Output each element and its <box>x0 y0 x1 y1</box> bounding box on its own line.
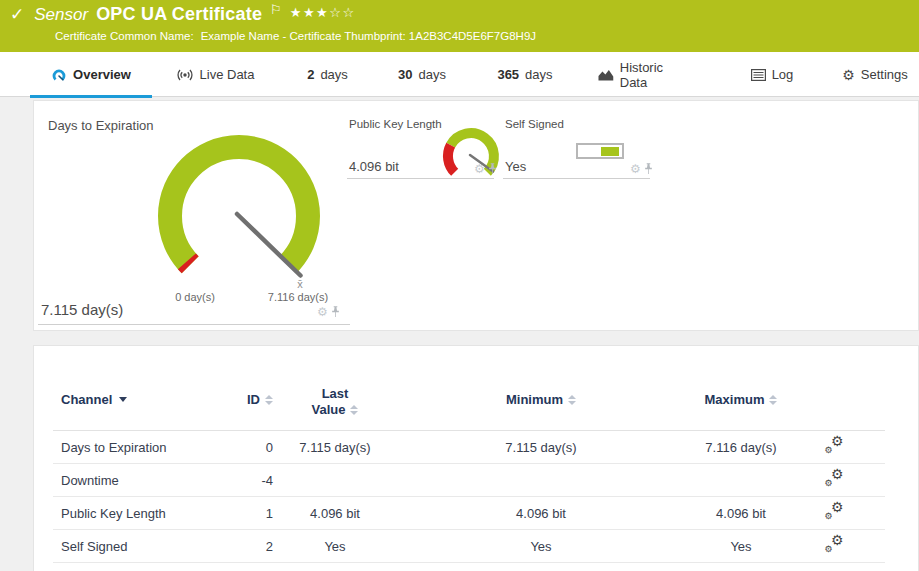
gear-icon[interactable]: ⚙ <box>474 163 485 175</box>
channel-name[interactable]: Downtime <box>53 473 231 488</box>
tab-settings[interactable]: ⚙ Settings <box>840 52 910 97</box>
status-ok-check-icon: ✓ <box>10 4 24 25</box>
pin-icon[interactable] <box>488 163 497 175</box>
subtitle-label: Certificate Common Name: <box>55 30 194 42</box>
priority-stars[interactable]: ★★★☆☆ <box>290 5 356 20</box>
gear-icon[interactable]: ⚙ <box>630 163 641 175</box>
channel-settings-icon[interactable]: ⚙⚙ <box>825 470 844 487</box>
flag-icon[interactable]: ⚐ <box>270 2 282 17</box>
live-data-icon <box>176 67 194 83</box>
table-row[interactable]: Public Key Length 1 4.096 bit 4.096 bit … <box>53 497 885 530</box>
gauge-title-days-to-expiration: Days to Expiration <box>48 118 154 133</box>
tab-number: 30 <box>398 67 412 82</box>
channel-id: -4 <box>231 473 273 488</box>
public-key-length-gauge <box>439 125 503 189</box>
channel-settings-icon[interactable]: ⚙⚙ <box>825 437 844 454</box>
sort-icon <box>769 395 777 405</box>
column-header-maximum[interactable]: Maximum <box>685 386 797 407</box>
maximum-value: 4.096 bit <box>685 506 797 521</box>
log-icon <box>751 69 766 81</box>
tab-live-data[interactable]: Live Data <box>170 52 260 97</box>
minimum-value: 4.096 bit <box>397 506 685 521</box>
panel-divider <box>38 324 350 325</box>
sensor-subtitle: Certificate Common Name: Example Name - … <box>55 30 536 42</box>
self-signed-indicator <box>576 143 624 159</box>
channel-name[interactable]: Self Signed <box>53 539 231 554</box>
column-label: Maximum <box>705 392 765 407</box>
settings-icon: ⚙ <box>842 68 855 82</box>
table-row[interactable]: Downtime -4 ⚙⚙ <box>53 464 885 497</box>
minimum-value: 7.115 day(s) <box>397 440 685 455</box>
table-row[interactable]: Days to Expiration 0 7.115 day(s) 7.115 … <box>53 431 885 464</box>
tab-2-days[interactable]: 2 days <box>300 52 355 97</box>
column-header-id[interactable]: ID <box>231 386 273 407</box>
last-value: 4.096 bit <box>273 506 397 521</box>
tab-bar: Overview Live Data 2 days 30 days 365 da… <box>0 52 919 97</box>
historic-data-icon <box>598 68 614 81</box>
sort-icon <box>568 395 576 405</box>
sensor-kind-label: Sensor <box>34 5 88 25</box>
sort-desc-icon <box>119 397 127 402</box>
column-header-last-value[interactable]: Last Value <box>273 386 397 418</box>
tab-365-days[interactable]: 365 days <box>495 52 555 97</box>
panel-tools: ⚙ <box>630 163 653 175</box>
column-label: Last <box>322 386 349 402</box>
tab-label: days <box>320 67 347 82</box>
self-signed-value: Yes <box>505 159 526 174</box>
panel-divider <box>503 178 650 179</box>
gauge-scale-min: 0 day(s) <box>150 291 240 303</box>
column-header-minimum[interactable]: Minimum <box>397 386 685 407</box>
indicator-on-knob <box>601 147 619 156</box>
tab-overview[interactable]: Overview <box>30 52 152 97</box>
tab-label: Historic Data <box>620 60 693 90</box>
pin-icon[interactable] <box>644 163 653 175</box>
channel-settings-icon[interactable]: ⚙⚙ <box>825 503 844 520</box>
public-key-length-value: 4.096 bit <box>349 159 399 174</box>
tab-30-days[interactable]: 30 days <box>392 52 452 97</box>
tab-label: days <box>525 67 552 82</box>
minimum-value: Yes <box>397 539 685 554</box>
table-header-row: Channel ID Last Value Minimum <box>53 386 885 431</box>
tab-label: Log <box>772 67 794 82</box>
subtitle-value: Example Name - Certificate Thumbprint: 1… <box>201 30 536 42</box>
tab-number: 2 <box>307 67 314 82</box>
sort-icon <box>265 395 273 405</box>
page-title: OPC UA Certificate <box>96 4 262 25</box>
tab-log[interactable]: Log <box>748 52 796 97</box>
gauge-icon <box>51 67 67 83</box>
channel-settings-icon[interactable]: ⚙⚙ <box>825 536 844 553</box>
days-to-expiration-value: 7.115 day(s) <box>41 301 123 318</box>
column-header-channel[interactable]: Channel <box>53 386 231 407</box>
tab-label: days <box>419 67 446 82</box>
column-label: Channel <box>61 392 112 407</box>
channel-name[interactable]: Days to Expiration <box>53 440 231 455</box>
last-value: Yes <box>273 539 397 554</box>
days-to-expiration-gauge: x̄ <box>149 128 329 300</box>
sensor-title-row: ✓ Sensor OPC UA Certificate ⚐ ★★★☆☆ <box>10 4 356 25</box>
sort-icon <box>350 405 358 415</box>
gauge-scale-max: 7.116 day(s) <box>253 291 343 303</box>
tab-historic-data[interactable]: Historic Data <box>598 52 693 97</box>
sensor-header: ✓ Sensor OPC UA Certificate ⚐ ★★★☆☆ Cert… <box>0 0 919 52</box>
panel-tools: ⚙ <box>317 306 340 318</box>
column-label: Minimum <box>506 392 563 407</box>
panel-tools: ⚙ <box>474 163 497 175</box>
tab-label: Live Data <box>200 67 255 82</box>
gear-icon[interactable]: ⚙ <box>317 306 328 318</box>
maximum-value: 7.116 day(s) <box>685 440 797 455</box>
channel-id: 2 <box>231 539 273 554</box>
tab-label: Overview <box>73 67 131 82</box>
gauge-title-public-key-length: Public Key Length <box>349 118 442 130</box>
pin-icon[interactable] <box>331 306 340 318</box>
channel-table-card: Channel ID Last Value Minimum <box>33 345 919 571</box>
channel-name[interactable]: Public Key Length <box>53 506 231 521</box>
channel-id: 1 <box>231 506 273 521</box>
column-label: ID <box>247 392 260 407</box>
maximum-value: Yes <box>685 539 797 554</box>
table-row[interactable]: Self Signed 2 Yes Yes Yes ⚙⚙ <box>53 530 885 563</box>
tab-number: 365 <box>497 67 519 82</box>
gauges-card: Days to Expiration x̄ 0 day(s) 7.116 day… <box>33 100 919 331</box>
last-value: 7.115 day(s) <box>273 440 397 455</box>
column-label: Value <box>312 402 346 418</box>
gauge-title-self-signed: Self Signed <box>505 118 564 130</box>
